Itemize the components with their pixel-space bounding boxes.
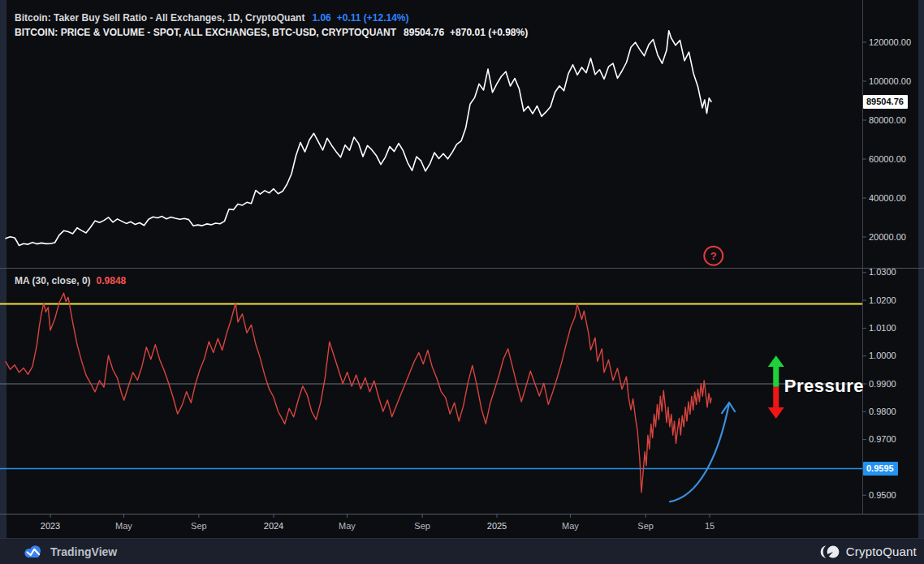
ratio-band-value-badge: 0.9595 — [863, 462, 898, 476]
legend-price-value: 89504.76 — [404, 27, 444, 38]
cryptoquant-logo-icon — [817, 545, 840, 559]
cryptoquant-brand-text: CryptoQuant — [846, 545, 917, 558]
pressure-up-arrow-shaft[interactable] — [773, 366, 779, 387]
price-tick-label: 80000.00 — [869, 115, 906, 126]
ratio-tick-label: 1.0100 — [869, 323, 896, 334]
price-tick-label: 120000.00 — [869, 37, 911, 48]
legend-ratio-value: 1.06 — [312, 12, 330, 24]
time-tick-label: 2023 — [41, 521, 60, 531]
price-tick-label: 60000.00 — [869, 154, 906, 165]
legend-row-ma[interactable]: MA (30, close, 0)0.9848 — [15, 275, 126, 286]
cryptoquant-brand-link[interactable]: CryptoQuant — [817, 545, 917, 559]
time-tick-label: 2024 — [264, 521, 283, 531]
legend-row-price[interactable]: BITCOIN: PRICE & VOLUME - SPOT, ALL EXCH… — [15, 27, 528, 38]
tradingview-brand-text: TradingView — [50, 545, 117, 558]
ma-indicator-label: MA (30, close, 0) — [15, 275, 91, 286]
chart-background — [0, 0, 924, 538]
ratio-tick-label: 1.0200 — [869, 295, 896, 306]
time-tick-label: Sep — [637, 521, 654, 531]
price-tick-label: 100000.00 — [869, 76, 911, 87]
tradingview-chart-window: ? Bitcoin: Taker Buy Sell Ratio - All Ex… — [0, 0, 924, 564]
ratio-tick-label: 0.9800 — [869, 407, 896, 417]
pressure-down-arrow-shaft[interactable] — [773, 387, 779, 407]
right-gutter — [918, 0, 924, 538]
ratio-tick-label: 0.9900 — [869, 379, 896, 390]
price-tick-label: 40000.00 — [869, 193, 906, 204]
price-tick-label: 20000.00 — [869, 232, 906, 243]
legend-ratio-change: +0.11 (+12.14%) — [337, 12, 409, 24]
help-marker-symbol: ? — [710, 250, 717, 262]
pressure-annotation-label[interactable]: Pressure — [784, 376, 864, 397]
ratio-tick-label: 0.9700 — [869, 434, 896, 445]
ma-indicator-value: 0.9848 — [97, 275, 127, 286]
chart-canvas[interactable]: ? — [0, 0, 924, 538]
price-last-value-badge: 89504.76 — [863, 95, 908, 109]
time-tick-label: Sep — [191, 521, 207, 531]
time-tick-label: 2025 — [487, 521, 507, 531]
time-tick-label: May — [339, 521, 356, 531]
tradingview-logo-icon — [23, 544, 44, 560]
ratio-tick-label: 1.0300 — [869, 267, 896, 278]
legend-price-title: BITCOIN: PRICE & VOLUME - SPOT, ALL EXCH… — [15, 27, 396, 38]
tradingview-brand-link[interactable]: TradingView — [23, 544, 117, 560]
time-tick-label: May — [115, 521, 132, 531]
time-tick-label: 15 — [705, 521, 715, 531]
time-tick-label: Sep — [414, 521, 430, 531]
legend-row-ratio[interactable]: Bitcoin: Taker Buy Sell Ratio - All Exch… — [15, 12, 409, 24]
footer-bar: TradingView CryptoQuant — [0, 538, 924, 564]
ratio-tick-label: 0.9500 — [869, 490, 896, 501]
time-tick-label: May — [562, 521, 579, 531]
ratio-tick-label: 1.0000 — [869, 351, 896, 361]
left-gutter — [0, 0, 6, 538]
legend-price-change: +870.01 (+0.98%) — [450, 27, 528, 38]
legend-ratio-title: Bitcoin: Taker Buy Sell Ratio - All Exch… — [15, 12, 304, 24]
